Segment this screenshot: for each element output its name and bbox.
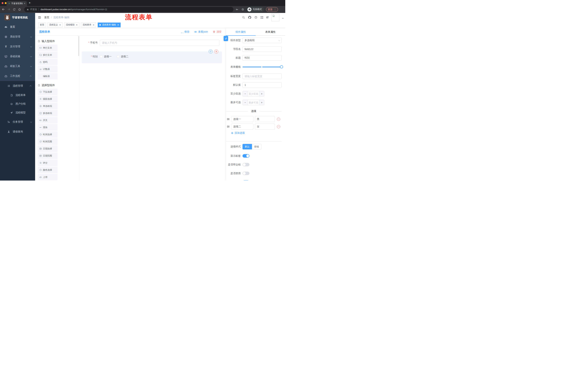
sidebar-item-home[interactable]: 首页: [0, 22, 35, 32]
component-password[interactable]: 密码: [38, 59, 57, 65]
github-icon[interactable]: [248, 16, 252, 19]
slider-handle[interactable]: [280, 65, 283, 68]
component-time-picker[interactable]: 时间选择: [38, 131, 57, 138]
home-icon[interactable]: [18, 8, 21, 11]
component-rate[interactable]: 评分: [38, 159, 57, 166]
tag-process-model[interactable]: 流程模型✕: [64, 22, 79, 27]
sidebar-item-leave-query[interactable]: 请假查询: [0, 127, 35, 137]
disabled-toggle[interactable]: [242, 172, 249, 175]
increase-button[interactable]: +: [259, 91, 264, 96]
gender-option-2[interactable]: 选项二: [117, 55, 128, 58]
component-date-range[interactable]: 日期范围: [38, 152, 57, 159]
component-slider[interactable]: 滑块: [38, 124, 57, 131]
option-2-label-input[interactable]: [231, 124, 253, 130]
label-width-input[interactable]: [242, 74, 282, 79]
increase-button[interactable]: +: [259, 100, 264, 105]
component-radio-group[interactable]: 单选框组: [38, 103, 57, 109]
add-option-button[interactable]: ⊕ 添加选项: [231, 131, 282, 135]
search-icon[interactable]: [242, 16, 245, 19]
sidebar-item-user-group[interactable]: 用户分组: [0, 100, 35, 108]
sidebar-item-payment[interactable]: ¥ 支付管理: [0, 42, 35, 52]
style-button-button[interactable]: 按钮: [252, 144, 262, 149]
url-bar[interactable]: 不安全 dashboard.yudao.iocoder.cn/bpm/manag…: [24, 7, 233, 12]
tab-component-props[interactable]: 组件属性: [226, 28, 256, 36]
option-2-value-input[interactable]: [255, 124, 275, 130]
delete-component-button[interactable]: [214, 50, 218, 53]
option-1-value-input[interactable]: [255, 116, 275, 122]
window-close-button[interactable]: [2, 2, 3, 4]
sidebar-item-process-model[interactable]: 流程模型: [0, 108, 35, 117]
browser-tab[interactable]: 芋道管理系统 ✕: [7, 1, 27, 6]
component-single-line-text[interactable]: 单行文本: [38, 45, 57, 51]
decrease-button[interactable]: −: [243, 100, 248, 105]
key-icon[interactable]: [236, 8, 239, 11]
back-icon[interactable]: [2, 8, 5, 11]
component-checkbox-group[interactable]: 多选框组: [38, 110, 57, 117]
tag-process-form-edit[interactable]: 流程表单-编辑✕: [98, 22, 121, 27]
canvas-field-phone[interactable]: 手机号: [80, 40, 220, 46]
duplicate-component-button[interactable]: [209, 50, 213, 53]
component-multi-line-text[interactable]: 多行文本: [38, 52, 57, 58]
sidebar-item-process-form[interactable]: 流程表单: [0, 91, 35, 100]
caret-down-icon[interactable]: [281, 16, 284, 19]
show-label-toggle[interactable]: [242, 154, 249, 158]
sidebar-item-system[interactable]: 系统管理: [0, 32, 35, 42]
reload-icon[interactable]: [13, 8, 16, 11]
component-type-select[interactable]: 多选框组: [242, 38, 282, 43]
scrollbar-thumb[interactable]: [78, 36, 79, 56]
new-tab-button[interactable]: +: [27, 0, 32, 5]
help-icon[interactable]: [254, 16, 257, 19]
gender-option-1[interactable]: 选项一: [100, 55, 112, 58]
component-switch[interactable]: 开关: [38, 117, 57, 124]
phone-input[interactable]: [100, 40, 220, 46]
tag-process-form[interactable]: 流程表单✕: [81, 22, 96, 27]
style-default-button[interactable]: 默认: [242, 144, 252, 149]
component-dropdown[interactable]: 下拉选择: [38, 89, 57, 95]
tag-close-icon[interactable]: ✕: [93, 24, 94, 26]
with-border-toggle[interactable]: [242, 163, 249, 166]
fullscreen-icon[interactable]: [260, 16, 263, 19]
breadcrumb-home[interactable]: 首页: [44, 16, 49, 19]
tab-form-props[interactable]: 表单属性: [256, 28, 285, 35]
sidebar-item-devtools[interactable]: 研发工具: [0, 61, 35, 71]
component-editor[interactable]: 编辑器: [38, 73, 57, 80]
update-button[interactable]: 更新 ⋮: [266, 7, 278, 12]
link-handle-button[interactable]: [224, 36, 228, 41]
component-date-picker[interactable]: 日期选择: [38, 145, 57, 152]
component-time-range[interactable]: 时间范围: [38, 138, 57, 145]
view-json-button[interactable]: 查看json: [194, 30, 208, 33]
sidebar-item-workflow[interactable]: 工作流程: [0, 71, 35, 81]
component-upload[interactable]: 上传: [38, 174, 57, 180]
tag-process-definition[interactable]: 流程定义✕: [47, 22, 63, 27]
drag-handle-icon[interactable]: [227, 117, 230, 121]
save-button[interactable]: 保存: [181, 30, 189, 33]
required-toggle[interactable]: [242, 180, 249, 181]
tab-close-icon[interactable]: ✕: [24, 2, 25, 5]
browser-menu-icon[interactable]: ⋮: [274, 8, 276, 11]
option-1-label-input[interactable]: [231, 116, 253, 122]
remove-option-button[interactable]: −: [277, 125, 280, 128]
avatar[interactable]: [272, 14, 279, 21]
decrease-button[interactable]: −: [243, 91, 248, 96]
component-cascader[interactable]: 级联选择: [38, 96, 57, 102]
canvas-field-gender-selected[interactable]: 性别 选项一 选项二: [82, 52, 222, 63]
tag-close-icon[interactable]: ✕: [117, 24, 119, 26]
sidebar-logo[interactable]: 芋道管理系统: [0, 13, 35, 22]
field-name-input[interactable]: [242, 46, 282, 52]
font-size-icon[interactable]: tT: [266, 16, 269, 19]
default-value-input[interactable]: [242, 82, 282, 88]
bookmark-star-icon[interactable]: [241, 8, 244, 11]
drag-handle-icon[interactable]: [227, 125, 230, 128]
sidebar-item-process-mgmt[interactable]: 流程管理: [0, 81, 35, 91]
hamburger-icon[interactable]: [38, 16, 41, 19]
tag-home[interactable]: 首页: [38, 22, 46, 27]
clear-button[interactable]: 清空: [213, 30, 221, 33]
sidebar-item-task-mgmt[interactable]: 任务管理: [0, 117, 35, 127]
tag-close-icon[interactable]: ✕: [76, 24, 78, 26]
component-color-picker[interactable]: 颜色选择: [38, 167, 57, 173]
form-canvas[interactable]: 手机号 性别 选项一: [80, 36, 226, 181]
window-minimize-button[interactable]: [5, 2, 7, 4]
form-grid-slider[interactable]: [242, 67, 282, 67]
sidebar-item-infra[interactable]: 基础设施: [0, 52, 35, 61]
min-select-input[interactable]: [248, 91, 259, 96]
